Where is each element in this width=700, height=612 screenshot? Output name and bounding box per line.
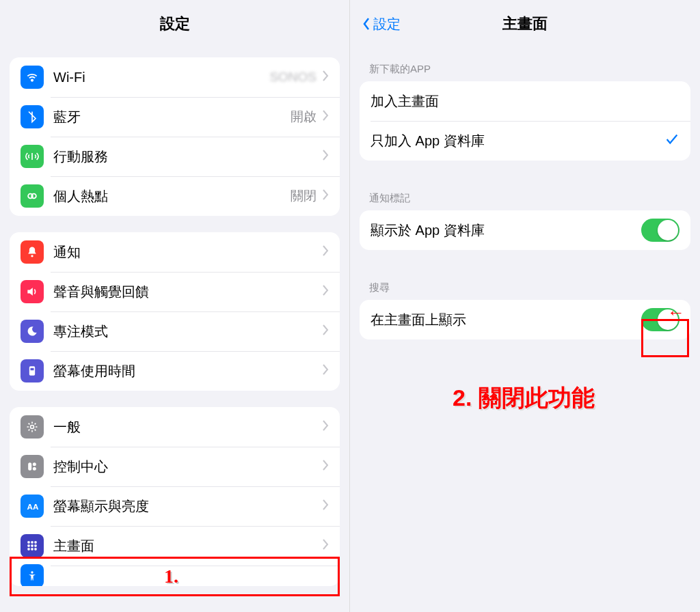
settings-group-connectivity: Wi-Fi SONOS 藍牙 開啟 行動服務 個人熱點 關閉 [10,57,340,216]
group-badges: 顯示於 App 資料庫 [360,210,690,250]
svg-point-8 [33,462,36,466]
chevron-icon [322,538,329,553]
display-icon: AA [21,495,44,518]
row-show-in-library[interactable]: 顯示於 App 資料庫 [360,210,690,250]
row-value: 開啟 [291,108,317,126]
settings-group-alerts: 通知 聲音與觸覺回饋 專注模式 螢幕使用時間 [10,232,340,391]
row-sounds[interactable]: 聲音與觸覺回饋 [10,272,340,311]
svg-rect-12 [31,541,33,543]
settings-group-system: 一般 控制中心 AA 螢幕顯示與亮度 主畫面 [10,407,340,586]
header-right: 設定 主畫面 [350,0,700,48]
svg-rect-7 [28,462,31,471]
row-homescreen[interactable]: 主畫面 [10,526,340,566]
header-left: 設定 [0,0,349,48]
svg-rect-13 [34,541,36,543]
chevron-icon [322,189,329,204]
svg-point-3 [31,255,33,257]
svg-rect-17 [27,548,29,550]
homescreen-icon [21,534,44,557]
row-label: 個人熱點 [53,187,291,206]
row-label: 行動服務 [53,148,322,166]
back-button[interactable]: 設定 [361,15,401,33]
section-header: 通知標記 [350,177,700,210]
svg-rect-11 [27,541,29,543]
check-icon [664,132,679,150]
wifi-icon [21,66,44,89]
focus-icon [21,320,44,343]
row-label: 螢幕使用時間 [53,362,322,380]
settings-pane: 設定 Wi-Fi SONOS 藍牙 開啟 行動服務 [0,0,350,612]
row-cellular[interactable]: 行動服務 [10,137,340,176]
chevron-icon [322,459,329,474]
row-controlcenter[interactable]: 控制中心 [10,447,340,486]
chevron-icon [322,245,329,260]
chevron-icon [322,324,329,339]
row-screentime[interactable]: 螢幕使用時間 [10,351,340,391]
annotation-step2: 2. 關閉此功能 [453,382,595,414]
row-label: 螢幕顯示與亮度 [53,497,322,516]
row-label: 通知 [53,243,322,262]
homescreen-pane: 設定 主畫面 新下載的APP 加入主畫面 只加入 App 資料庫 通知標記 顯示… [350,0,700,612]
row-label: 在主畫面上顯示 [371,311,641,329]
row-bluetooth[interactable]: 藍牙 開啟 [10,97,340,137]
row-label: 顯示於 App 資料庫 [371,221,641,240]
section-header: 搜尋 [350,266,700,300]
page-title-left: 設定 [160,14,190,34]
annotation-arrow: ← [667,302,685,323]
row-display[interactable]: AA 螢幕顯示與亮度 [10,486,340,526]
sounds-icon [21,280,44,303]
section-header: 新下載的APP [350,48,700,81]
svg-rect-18 [31,548,33,550]
row-label: 藍牙 [53,108,291,126]
row-focus[interactable]: 專注模式 [10,311,340,351]
row-label: Wi-Fi [53,70,269,85]
chevron-icon [322,70,329,85]
chevron-icon [322,149,329,164]
svg-rect-15 [31,544,33,546]
hotspot-icon [21,184,44,208]
row-app-library-only[interactable]: 只加入 App 資料庫 [360,121,690,161]
row-label: 聲音與觸覺回饋 [53,283,322,301]
svg-rect-19 [34,548,36,550]
group-new-apps: 加入主畫面 只加入 App 資料庫 [360,81,690,161]
toggle-switch[interactable] [641,219,679,242]
row-show-on-home[interactable]: 在主畫面上顯示 [360,300,690,339]
group-search: 在主畫面上顯示 [360,300,690,339]
row-value: 關閉 [291,187,317,205]
row-label: 加入主畫面 [371,92,679,111]
back-label: 設定 [373,15,401,33]
svg-point-20 [31,571,33,573]
row-label: 專注模式 [53,322,322,341]
page-title-right: 主畫面 [502,14,548,34]
row-add-home[interactable]: 加入主畫面 [360,81,690,121]
svg-rect-4 [29,366,35,375]
svg-rect-16 [34,544,36,546]
row-wifi[interactable]: Wi-Fi SONOS [10,57,340,97]
chevron-icon [322,284,329,299]
svg-point-9 [33,467,36,471]
chevron-icon [322,109,329,124]
svg-point-6 [31,426,34,429]
row-hotspot[interactable]: 個人熱點 關閉 [10,176,340,216]
row-label: 主畫面 [53,537,322,555]
cellular-icon [21,145,44,168]
notifications-icon [21,240,44,264]
general-icon [21,415,44,439]
screentime-icon [21,359,44,382]
row-value: SONOS [269,70,317,85]
svg-point-0 [31,79,33,81]
accessibility-icon [21,564,44,586]
svg-rect-5 [31,368,34,370]
row-label: 一般 [53,418,322,436]
row-label: 控制中心 [53,458,322,476]
chevron-icon [322,419,329,434]
svg-rect-14 [27,544,29,546]
controlcenter-icon [21,455,44,478]
svg-text:AA: AA [27,502,39,511]
row-general[interactable]: 一般 [10,407,340,447]
row-label: 只加入 App 資料庫 [371,132,664,150]
bluetooth-icon [21,105,44,128]
row-notifications[interactable]: 通知 [10,232,340,272]
chevron-icon [322,499,329,514]
annotation-step1: 1. [164,566,178,587]
